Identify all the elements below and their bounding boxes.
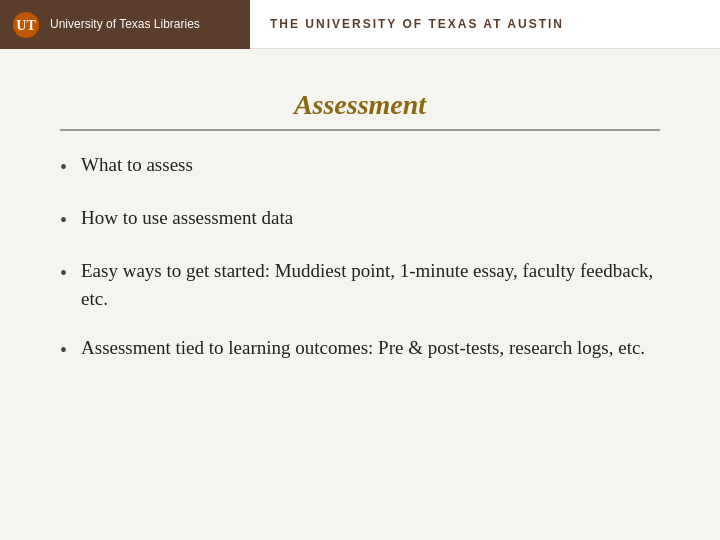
list-item: •Easy ways to get started: Muddiest poin… (60, 257, 660, 312)
svg-text:UT: UT (16, 18, 36, 33)
bullet-text: What to assess (81, 151, 660, 179)
bullet-text: Easy ways to get started: Muddiest point… (81, 257, 660, 312)
bullet-text: How to use assessment data (81, 204, 660, 232)
brand-name: University of Texas Libraries (50, 17, 200, 33)
list-item: •How to use assessment data (60, 204, 660, 235)
bullet-list: •What to assess•How to use assessment da… (60, 151, 660, 365)
list-item: •Assessment tied to learning outcomes: P… (60, 334, 660, 365)
bullet-dot-icon: • (60, 206, 67, 235)
bullet-dot-icon: • (60, 259, 67, 288)
university-name: THE UNIVERSITY OF TEXAS AT AUSTIN (270, 17, 564, 31)
header-right-university: THE UNIVERSITY OF TEXAS AT AUSTIN (250, 0, 720, 49)
slide-title-section: Assessment (60, 89, 660, 131)
header-left-brand: UT University of Texas Libraries (0, 0, 250, 49)
ut-logo-icon: UT (12, 11, 40, 39)
header: UT University of Texas Libraries THE UNI… (0, 0, 720, 49)
list-item: •What to assess (60, 151, 660, 182)
bullet-dot-icon: • (60, 336, 67, 365)
bullet-text: Assessment tied to learning outcomes: Pr… (81, 334, 660, 362)
bullet-dot-icon: • (60, 153, 67, 182)
slide-title: Assessment (60, 89, 660, 121)
slide-content: Assessment •What to assess•How to use as… (0, 49, 720, 417)
